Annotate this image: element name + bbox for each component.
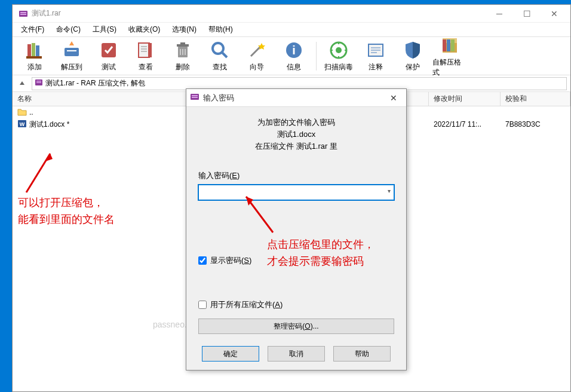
path-text: 测试1.rar - RAR 压缩文件, 解包 xyxy=(45,78,145,88)
svg-rect-17 xyxy=(180,42,185,45)
password-input[interactable] xyxy=(198,185,394,200)
organize-passwords-button[interactable]: 整理密码(O)... xyxy=(198,318,394,334)
tool-scan[interactable]: 扫描病毒 xyxy=(321,38,356,74)
tool-find-label: 查找 xyxy=(213,62,227,72)
tool-extract[interactable]: 解压到 xyxy=(54,38,89,74)
tool-comment-label: 注释 xyxy=(369,62,383,72)
svg-rect-3 xyxy=(27,44,31,57)
test-icon xyxy=(98,39,119,61)
tool-comment[interactable]: 注释 xyxy=(358,38,393,74)
svg-rect-42 xyxy=(36,81,41,82)
ok-button[interactable]: 确定 xyxy=(202,346,259,362)
extract-icon xyxy=(61,39,82,61)
svg-rect-6 xyxy=(26,56,42,59)
dialog-intro3: 在压缩文件 测试1.rar 里 xyxy=(198,140,394,152)
shield-icon xyxy=(402,39,423,61)
svg-rect-4 xyxy=(32,43,35,57)
svg-rect-1 xyxy=(20,12,26,13)
svg-rect-49 xyxy=(192,95,198,96)
tool-scan-label: 扫描病毒 xyxy=(324,62,353,72)
all-archives-row: 用于所有压缩文件(A) xyxy=(198,299,394,310)
menubar: 文件(F) 命令(C) 工具(S) 收藏夹(O) 选项(N) 帮助(H) xyxy=(13,23,570,37)
col-checksum[interactable]: 校验和 xyxy=(501,92,570,106)
titlebar: 测试1.rar ─ ☐ ✕ xyxy=(13,5,570,23)
svg-rect-43 xyxy=(36,82,41,84)
tool-find[interactable]: 查找 xyxy=(202,38,237,74)
col-mtime[interactable]: 修改时间 xyxy=(429,92,501,106)
annotation-right-line1: 点击压缩包里的文件， xyxy=(267,236,374,253)
close-button[interactable]: ✕ xyxy=(541,5,568,23)
winrar-icon xyxy=(19,9,28,19)
sfx-icon xyxy=(439,35,461,56)
toolbar-separator xyxy=(316,42,317,71)
annotation-left-line2: 能看到里面的文件名 xyxy=(18,211,115,228)
toolbar: 添加 解压到 测试 查看 删除 查找 向导 i 信息 xyxy=(13,37,570,75)
window-controls: ─ ☐ ✕ xyxy=(486,5,568,23)
svg-text:i: i xyxy=(292,44,296,57)
password-dialog: 输入密码 ✕ 为加密的文件输入密码 测试1.docx 在压缩文件 测试1.rar… xyxy=(186,88,407,370)
tool-delete[interactable]: 删除 xyxy=(165,38,200,74)
tool-info-label: 信息 xyxy=(287,62,301,72)
winrar-small-icon xyxy=(190,92,199,104)
dialog-title: 输入密码 xyxy=(203,93,385,103)
books-icon xyxy=(24,39,45,61)
svg-rect-8 xyxy=(67,50,76,51)
file-name: .. xyxy=(29,108,33,117)
view-icon xyxy=(135,39,156,61)
menu-commands[interactable]: 命令(C) xyxy=(50,23,87,36)
window-title: 测试1.rar xyxy=(32,8,486,19)
tool-add[interactable]: 添加 xyxy=(17,38,52,74)
tool-wizard[interactable]: 向导 xyxy=(240,38,274,74)
minimize-button[interactable]: ─ xyxy=(486,5,513,23)
tool-protect-label: 保护 xyxy=(406,62,420,72)
svg-rect-7 xyxy=(65,48,79,56)
virus-icon xyxy=(328,39,349,61)
maximize-button[interactable]: ☐ xyxy=(513,5,541,23)
cancel-button[interactable]: 取消 xyxy=(268,346,325,362)
all-archives-checkbox[interactable] xyxy=(198,301,207,309)
dialog-footer: 确定 取消 帮助 xyxy=(186,346,406,362)
annotation-left-line1: 可以打开压缩包， xyxy=(18,194,115,211)
tool-protect[interactable]: 保护 xyxy=(395,38,430,74)
svg-text:W: W xyxy=(20,121,25,127)
word-doc-icon: W xyxy=(17,119,27,130)
tool-extract-label: 解压到 xyxy=(61,62,82,72)
file-name: 测试1.docx * xyxy=(29,120,69,130)
menu-tools[interactable]: 工具(S) xyxy=(87,23,122,36)
help-button[interactable]: 帮助 xyxy=(333,346,391,362)
tool-sfx[interactable]: 自解压格式 xyxy=(432,38,467,74)
menu-help[interactable]: 帮助(H) xyxy=(202,23,239,36)
annotation-left: 可以打开压缩包， 能看到里面的文件名 xyxy=(18,194,115,228)
winrar-small-icon xyxy=(35,78,43,88)
folder-up-icon xyxy=(17,108,27,118)
svg-rect-11 xyxy=(148,43,152,57)
tool-view-label: 查看 xyxy=(139,62,153,72)
tool-test[interactable]: 测试 xyxy=(91,38,126,74)
info-icon: i xyxy=(283,39,305,61)
tool-info[interactable]: i 信息 xyxy=(277,38,311,74)
svg-point-21 xyxy=(213,43,223,54)
up-button[interactable] xyxy=(16,78,28,90)
menu-favorites[interactable]: 收藏夹(O) xyxy=(122,23,166,36)
tool-delete-label: 删除 xyxy=(176,62,190,72)
svg-rect-38 xyxy=(443,39,446,51)
annotation-right-line2: 才会提示需要输密码 xyxy=(267,253,374,270)
file-checksum: 7B883D3C xyxy=(501,120,541,128)
svg-point-27 xyxy=(336,47,342,53)
show-password-checkbox[interactable] xyxy=(198,256,207,265)
svg-line-22 xyxy=(222,53,227,57)
search-icon xyxy=(209,39,231,61)
dialog-titlebar: 输入密码 ✕ xyxy=(186,89,406,107)
dialog-close-button[interactable]: ✕ xyxy=(385,93,403,103)
file-mtime: 2022/11/7 11:.. xyxy=(429,120,501,128)
tool-view[interactable]: 查看 xyxy=(128,38,163,74)
trash-icon xyxy=(172,39,194,61)
menu-options[interactable]: 选项(N) xyxy=(166,23,202,36)
menu-file[interactable]: 文件(F) xyxy=(15,23,50,36)
dialog-intro2: 测试1.docx xyxy=(198,128,394,140)
svg-rect-40 xyxy=(451,39,455,51)
svg-rect-5 xyxy=(36,45,39,57)
svg-rect-50 xyxy=(192,97,198,98)
svg-rect-39 xyxy=(447,39,450,51)
comment-icon xyxy=(365,39,386,61)
